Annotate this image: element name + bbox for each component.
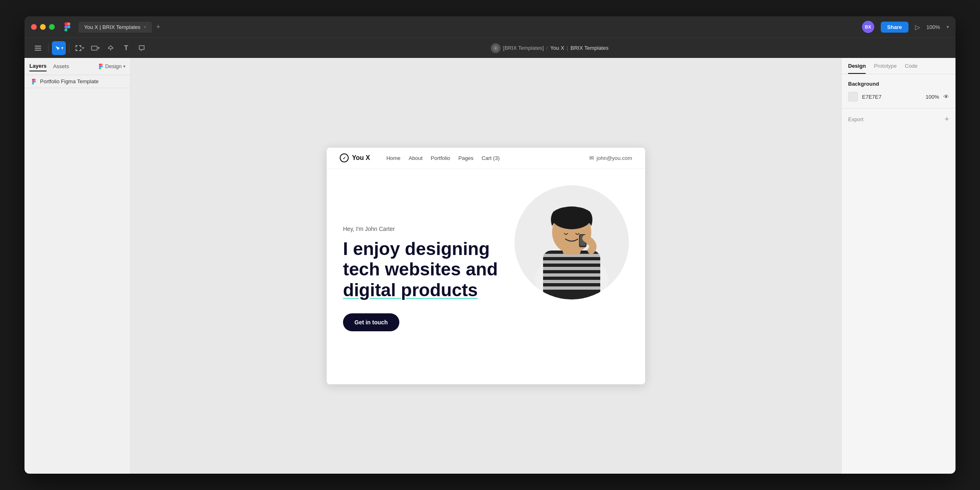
breadcrumb-area: [BRIX Templates] / You X | BRIX Template… bbox=[150, 43, 949, 53]
nav-cart[interactable]: Cart (3) bbox=[481, 155, 499, 161]
figma-small-icon bbox=[98, 64, 104, 69]
site-nav: ✓ You X Home About Portfolio Pages Cart … bbox=[327, 148, 645, 169]
bg-opacity-value: 100% bbox=[926, 94, 939, 100]
logo-check-icon: ✓ bbox=[343, 156, 346, 160]
tab-layers[interactable]: Layers bbox=[29, 61, 47, 71]
frame-tool-button[interactable]: ▾ bbox=[73, 41, 87, 55]
nav-links: Home About Portfolio Pages Cart (3) bbox=[386, 155, 499, 161]
shape-tool-button[interactable]: ▾ bbox=[88, 41, 102, 55]
right-panel-tabs: Design Prototype Code bbox=[842, 58, 956, 74]
design-label: Design bbox=[105, 63, 122, 69]
get-in-touch-button[interactable]: Get in touch bbox=[343, 313, 399, 331]
hero-title-line3: digital products bbox=[343, 280, 478, 300]
svg-point-11 bbox=[495, 47, 497, 49]
rp-tab-code[interactable]: Code bbox=[905, 63, 918, 74]
toolbar-separator-2 bbox=[69, 43, 69, 53]
user-avatar[interactable]: BX bbox=[862, 21, 874, 33]
background-label: Background bbox=[848, 81, 949, 87]
canvas-area[interactable]: ✓ You X Home About Portfolio Pages Cart … bbox=[131, 58, 841, 474]
breadcrumb-page[interactable]: BRIX Templates bbox=[570, 45, 608, 51]
layer-item[interactable]: Portfolio Figma Template bbox=[24, 75, 130, 88]
tab-area: You X | BRIX Templates × + bbox=[78, 22, 165, 33]
select-tool-button[interactable]: ▾ bbox=[52, 41, 66, 55]
breadcrumb-file[interactable]: You X bbox=[550, 45, 564, 51]
export-section: Export + bbox=[842, 109, 956, 130]
layer-divider bbox=[24, 88, 130, 88]
background-row: E7E7E7 100% 👁 bbox=[848, 92, 949, 102]
select-chevron-icon: ▾ bbox=[61, 46, 63, 50]
shape-chevron-icon: ▾ bbox=[98, 46, 100, 50]
pen-icon bbox=[107, 45, 114, 51]
menu-button[interactable] bbox=[31, 41, 45, 55]
export-add-button[interactable]: + bbox=[944, 115, 949, 124]
nav-home[interactable]: Home bbox=[386, 155, 401, 161]
layer-name: Portfolio Figma Template bbox=[40, 78, 99, 84]
title-bar-right: BX Share ▷ 100% ▾ bbox=[862, 21, 949, 33]
frame-icon bbox=[75, 45, 82, 51]
left-panel: Layers Assets Design ▾ bbox=[24, 58, 131, 474]
right-panel: Design Prototype Code Background E7E7E7 … bbox=[841, 58, 956, 474]
breadcrumb-sep-1: / bbox=[546, 45, 548, 51]
org-icon bbox=[493, 46, 498, 51]
export-label: Export bbox=[848, 116, 944, 122]
toolbar-separator-1 bbox=[48, 43, 49, 53]
svg-rect-6 bbox=[80, 45, 81, 47]
bg-hex-value[interactable]: E7E7E7 bbox=[862, 94, 922, 100]
toolbar: ▾ ▾ ▾ bbox=[24, 38, 956, 58]
hero-title-line2: tech websites and bbox=[343, 259, 498, 279]
svg-rect-5 bbox=[76, 49, 76, 51]
rp-tab-prototype[interactable]: Prototype bbox=[874, 63, 897, 74]
comment-tool-button[interactable] bbox=[135, 41, 149, 55]
nav-portfolio[interactable]: Portfolio bbox=[431, 155, 450, 161]
tab-close-button[interactable]: × bbox=[144, 24, 146, 29]
active-tab[interactable]: You X | BRIX Templates × bbox=[78, 22, 152, 33]
app-window: You X | BRIX Templates × + BX Share ▷ 10… bbox=[24, 16, 956, 474]
logo-circle-icon: ✓ bbox=[340, 153, 349, 162]
share-button[interactable]: Share bbox=[881, 22, 909, 33]
left-panel-tabs: Layers Assets Design ▾ bbox=[24, 58, 130, 75]
figma-logo-icon bbox=[63, 22, 72, 31]
tab-title: You X | BRIX Templates bbox=[84, 24, 140, 30]
website-frame: ✓ You X Home About Portfolio Pages Cart … bbox=[327, 148, 645, 384]
close-button[interactable] bbox=[31, 24, 37, 30]
layer-figma-icon bbox=[31, 79, 37, 84]
play-icon[interactable]: ▷ bbox=[915, 23, 920, 31]
hero-text: Hey, I'm John Carter I enjoy designing t… bbox=[343, 226, 629, 332]
hamburger-icon bbox=[35, 46, 41, 51]
visibility-icon[interactable]: 👁 bbox=[943, 93, 949, 100]
svg-rect-4 bbox=[76, 45, 76, 47]
rp-tab-design[interactable]: Design bbox=[848, 63, 866, 74]
maximize-button[interactable] bbox=[49, 24, 55, 30]
traffic-lights bbox=[31, 24, 55, 30]
site-logo-text: You X bbox=[352, 154, 370, 162]
design-chevron-icon: ▾ bbox=[123, 64, 125, 69]
hero-title-line1: I enjoy designing bbox=[343, 239, 490, 259]
cursor-icon bbox=[55, 45, 60, 51]
background-section: Background E7E7E7 100% 👁 bbox=[842, 74, 956, 109]
breadcrumb-sep-2: | bbox=[567, 45, 568, 51]
breadcrumb-org: [BRIX Templates] bbox=[503, 45, 544, 51]
rectangle-icon bbox=[91, 45, 98, 51]
nav-email-area: ✉ john@you.com bbox=[589, 155, 632, 161]
text-tool-button[interactable]: T bbox=[119, 41, 133, 55]
zoom-chevron-icon[interactable]: ▾ bbox=[947, 24, 949, 30]
hero-subtitle: Hey, I'm John Carter bbox=[343, 226, 629, 232]
text-icon: T bbox=[124, 44, 128, 52]
tab-assets[interactable]: Assets bbox=[53, 62, 69, 71]
design-dropdown[interactable]: Design ▾ bbox=[98, 63, 125, 69]
nav-email: john@you.com bbox=[597, 155, 632, 161]
bg-color-swatch[interactable] bbox=[848, 92, 858, 102]
zoom-level: 100% bbox=[927, 24, 940, 30]
org-avatar bbox=[491, 43, 501, 53]
svg-rect-7 bbox=[80, 49, 81, 51]
nav-about[interactable]: About bbox=[409, 155, 423, 161]
frame-chevron-icon: ▾ bbox=[82, 46, 84, 50]
main-layout: Layers Assets Design ▾ bbox=[24, 58, 956, 474]
hero-section: Hey, I'm John Carter I enjoy designing t… bbox=[327, 169, 645, 384]
comment-icon bbox=[138, 45, 145, 51]
nav-pages[interactable]: Pages bbox=[459, 155, 474, 161]
new-tab-button[interactable]: + bbox=[152, 23, 165, 31]
minimize-button[interactable] bbox=[40, 24, 46, 30]
email-icon: ✉ bbox=[589, 155, 594, 161]
pen-tool-button[interactable] bbox=[104, 41, 118, 55]
